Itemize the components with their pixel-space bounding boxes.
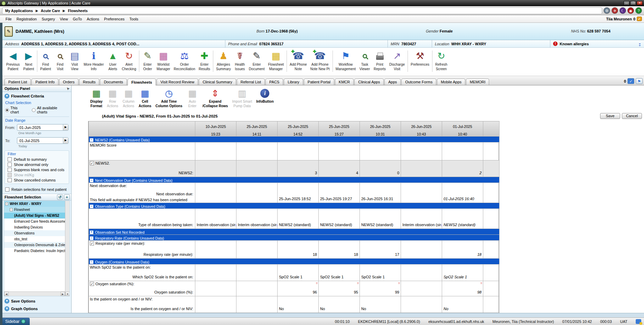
grid-value-cell[interactable] bbox=[236, 264, 278, 281]
toolbar-button-visit-view[interactable]: ▤Visit View bbox=[67, 49, 82, 72]
grid-value-cell[interactable]: SpO2 Scale 1 bbox=[360, 264, 401, 281]
toolbar-button-refresh-screen[interactable]: ↻Refresh Screen bbox=[433, 49, 449, 72]
tree-item[interactable]: (Adult) Vital Signs - NEWS2 bbox=[4, 213, 69, 219]
toolbar-button-enter-results[interactable]: ✚Enter Results bbox=[197, 49, 212, 72]
breadcrumb-item[interactable]: Acute Care bbox=[41, 9, 60, 13]
maximize-button[interactable]: ❐ bbox=[630, 1, 636, 5]
tab-pacs[interactable]: PACS bbox=[265, 78, 283, 85]
grid-value-cell[interactable] bbox=[236, 160, 278, 177]
grid-column-header[interactable]: 10-Jun-202515:23 bbox=[195, 121, 236, 137]
filter-checkbox[interactable]: Show ml/Kg bbox=[5, 172, 69, 177]
menu-item-goto[interactable]: GoTo bbox=[71, 16, 84, 22]
undo-selection-icon[interactable]: ↺ bbox=[57, 194, 63, 200]
tree-item[interactable]: −WHH XRAY - WXRY bbox=[4, 201, 69, 207]
grid-value-cell[interactable] bbox=[195, 296, 236, 313]
tab-documents[interactable]: Documents bbox=[100, 78, 127, 85]
to-date-input[interactable] bbox=[17, 139, 63, 143]
tab-flowsheets[interactable]: Flowsheets bbox=[128, 78, 156, 85]
grid-value-cell[interactable] bbox=[401, 241, 442, 259]
grid-value-cell[interactable]: No bbox=[319, 296, 360, 313]
tab-outcome-forms[interactable]: Outcome Forms bbox=[401, 78, 436, 85]
grid-value-cell[interactable]: Interim observation (sir▶ bbox=[401, 209, 442, 229]
grid-value-cell[interactable]: ↑↑95 bbox=[319, 281, 360, 296]
grid-value-cell[interactable]: No bbox=[278, 296, 319, 313]
toolbar-button-enter-order[interactable]: ✎Enter Order bbox=[140, 49, 155, 72]
tree-item[interactable]: −Flowsheet bbox=[4, 207, 69, 213]
grid-value-cell[interactable]: SpO2 Scale 1 bbox=[278, 264, 319, 281]
grid-value-cell[interactable] bbox=[195, 183, 236, 203]
patient-location-icon[interactable]: ⚑ bbox=[636, 78, 643, 84]
tab-mobile-apps[interactable]: Mobile Apps bbox=[437, 78, 465, 85]
section-collapse-icon[interactable]: − bbox=[90, 179, 93, 182]
tab-kmcr[interactable]: KMCR bbox=[335, 78, 354, 85]
toolbar-button-workflow-management[interactable]: ⚑Workflow Management bbox=[334, 49, 357, 72]
tab-clinical-summary[interactable]: Clinical Summary bbox=[199, 78, 236, 85]
section-collapse-icon[interactable]: + bbox=[90, 231, 93, 234]
toolbar-button-health-issues[interactable]: ☤Health Issues bbox=[233, 49, 247, 72]
power-icon[interactable]: ◉ bbox=[627, 7, 634, 14]
tab-patient-portal[interactable]: Patient Portal bbox=[304, 78, 334, 85]
sidebar-button[interactable]: Sidebar bbox=[2, 318, 30, 325]
grid-value-cell[interactable]: ↑↑98 bbox=[442, 281, 483, 296]
to-date-field[interactable]: ▶ bbox=[17, 137, 68, 144]
add-flowsheet-icon[interactable]: + bbox=[64, 194, 70, 200]
grid-value-cell[interactable] bbox=[278, 142, 319, 160]
user-chip[interactable]: Tiia Meuronen 0 ✓ bbox=[606, 17, 644, 21]
messages-icon[interactable]: ✓ bbox=[637, 17, 642, 21]
tab-apps[interactable]: Apps bbox=[384, 78, 401, 85]
grid-value-cell[interactable] bbox=[401, 296, 442, 313]
scroll-right-icon[interactable]: ▶ bbox=[60, 292, 65, 296]
grid-value-cell[interactable] bbox=[401, 264, 442, 281]
grid-value-cell[interactable] bbox=[401, 142, 442, 160]
flowsheet-criteria-header[interactable]: ▼ Flowsheet Criteria bbox=[2, 92, 71, 100]
patient-clipboard-icon[interactable]: ✎ bbox=[4, 26, 13, 37]
flowsheet-toolbar-expand-collapse-rows[interactable]: ⇕Expand /Collapse Rows bbox=[200, 87, 230, 108]
graph-options-header[interactable]: ▼ Graph Options bbox=[2, 305, 71, 312]
grid-value-cell[interactable]: ↑↑96 bbox=[278, 281, 319, 296]
tree-item[interactable]: obs_test bbox=[4, 236, 69, 242]
grid-value-cell[interactable] bbox=[442, 142, 483, 160]
grid-column-header[interactable]: 25-Jun-202515:27 bbox=[319, 121, 360, 137]
grid-value-cell[interactable] bbox=[195, 264, 236, 281]
from-date-field[interactable]: ▶ bbox=[17, 124, 68, 131]
grid-value-cell[interactable] bbox=[236, 183, 278, 203]
grid-value-cell[interactable]: 4 bbox=[319, 160, 360, 177]
retain-selections-checkbox[interactable]: Retain selections for next patient bbox=[2, 185, 71, 194]
flowsheet-toolbar-display-format[interactable]: ▦Display Format bbox=[88, 87, 105, 108]
menu-item-registration[interactable]: Registration bbox=[14, 16, 39, 22]
breadcrumb-item[interactable]: My Applications bbox=[5, 9, 33, 13]
save-button[interactable]: Save bbox=[600, 113, 620, 119]
grid-value-cell[interactable] bbox=[236, 142, 278, 160]
section-collapse-icon[interactable]: − bbox=[90, 260, 93, 264]
grid-value-cell[interactable]: 2 bbox=[442, 160, 483, 177]
grid-value-cell[interactable]: 18 bbox=[278, 241, 319, 259]
grid-value-cell[interactable]: 25-Jun-2025 19:27 bbox=[319, 183, 360, 203]
launch-icon[interactable]: ✈ bbox=[612, 7, 618, 14]
grid-value-cell[interactable]: Interim observation (sir▶ bbox=[195, 209, 236, 229]
tree-item[interactable]: Observations bbox=[4, 230, 69, 236]
grid-column-header[interactable]: 26-Jun-202510:31 bbox=[360, 121, 401, 137]
breadcrumb-item[interactable]: Flowsheets bbox=[68, 9, 87, 13]
tree-vertical-scrollbar[interactable]: ▼ bbox=[65, 201, 69, 296]
expand-banner-chevron-icon[interactable]: ⌄⌄ bbox=[638, 42, 641, 46]
grid-value-cell[interactable]: NEWS2 (standard) bbox=[319, 209, 360, 229]
menu-item-surgery[interactable]: Surgery bbox=[39, 16, 57, 22]
menu-item-tools[interactable]: Tools bbox=[127, 16, 141, 22]
flowsheet-toolbar-add-time-column-options[interactable]: ◷Add Time Column Options bbox=[153, 87, 185, 108]
grid-value-cell[interactable] bbox=[360, 142, 401, 160]
grid-column-header[interactable]: 25-Jun-202514:52 bbox=[278, 121, 319, 137]
tab-results[interactable]: Results bbox=[79, 78, 100, 85]
toolbar-button-order-reconciliation[interactable]: ⚖Order Reconciliation bbox=[172, 49, 197, 72]
pin-icon[interactable]: ➤ bbox=[65, 86, 70, 91]
grid-value-cell[interactable]: 3 bbox=[278, 160, 319, 177]
grid-value-cell[interactable]: 26-Jun-2025 16:31 bbox=[360, 183, 401, 203]
toolbar-button-add-phone-note[interactable]: ☎✚Add Phone Note bbox=[288, 49, 309, 72]
chart-selection-radio[interactable]: All available charts bbox=[32, 106, 68, 114]
toolbar-button-discharge-visit[interactable]: ↗Discharge Visit bbox=[388, 49, 407, 72]
toolbar-button-print-reports[interactable]: Print Reports bbox=[372, 49, 388, 72]
chart-selection-radio[interactable]: This chart bbox=[5, 106, 27, 114]
tree-expander-icon[interactable]: − bbox=[10, 208, 13, 211]
filter-checkbox[interactable]: Show cancelled columns bbox=[5, 177, 69, 182]
feedback-icon[interactable] bbox=[636, 319, 641, 324]
grid-value-cell[interactable]: ↑↑99 bbox=[360, 281, 401, 296]
